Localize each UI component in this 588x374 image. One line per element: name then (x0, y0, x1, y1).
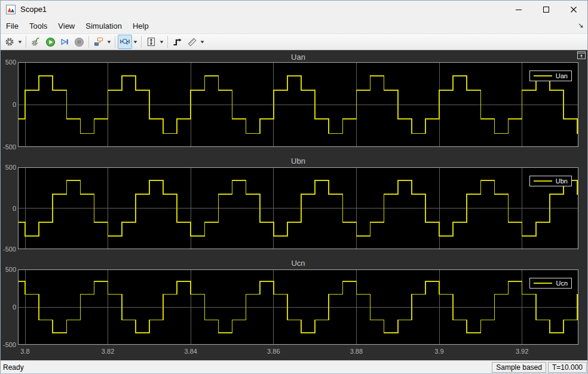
step-forward-icon (60, 37, 69, 47)
y-tick-label: 500 (1, 164, 16, 171)
span-dropdown[interactable] (158, 35, 165, 49)
y-tick-label: -500 (1, 341, 16, 348)
zoom-icon (120, 37, 130, 47)
highlight-simulink-block-button[interactable] (29, 35, 43, 49)
menu-bar: File Tools View Simulation Help (1, 18, 587, 33)
x-tick-label: 3.92 (516, 348, 528, 355)
measurements-icon (187, 37, 197, 47)
minimize-button[interactable] (505, 1, 532, 18)
y-tick-label: -500 (1, 143, 16, 151)
chevron-down-icon (18, 41, 22, 44)
y-tick-label: 500 (1, 266, 16, 273)
legend-uan[interactable]: Uan (529, 70, 572, 81)
stop-button[interactable] (72, 35, 86, 49)
x-tick-label: 3.8 (20, 348, 29, 355)
toolbar (1, 33, 587, 50)
plot-canvas-ucn[interactable]: Ucn (18, 269, 578, 345)
plot-title-ucn: Ucn (18, 259, 578, 268)
settings-button[interactable] (2, 35, 17, 49)
panel-expand-icon (577, 51, 586, 59)
plot-canvas-ubn[interactable]: Ubn (18, 167, 578, 249)
highlight-simulink-block-icon (31, 37, 41, 47)
signal-selector-button[interactable] (91, 35, 106, 49)
legend-line-sample (534, 283, 552, 284)
scope-app-icon (6, 5, 16, 14)
waveform-plot (18, 62, 578, 147)
y-tick-label: 500 (1, 59, 16, 66)
maximize-icon (543, 6, 550, 13)
chevron-down-icon (200, 41, 204, 44)
signal-selector-icon (94, 37, 103, 47)
y-tick-label: 0 (1, 304, 16, 311)
menu-tools[interactable]: Tools (24, 19, 53, 33)
toolbar-separator (141, 36, 142, 48)
chevron-down-icon (133, 41, 137, 44)
x-tick-label: 3.86 (267, 348, 280, 355)
status-bar: Ready Sample based T=10.000 (1, 360, 587, 373)
close-icon (570, 6, 577, 13)
settings-dropdown[interactable] (17, 35, 23, 49)
measurements-button[interactable] (185, 35, 199, 49)
scope-window: Scope1 File Tools View Simulation (0, 0, 588, 374)
step-forward-button[interactable] (57, 35, 72, 49)
legend-ucn[interactable]: Ucn (529, 278, 572, 289)
sample-mode-badge: Sample based (492, 362, 546, 373)
signal-selector-dropdown[interactable] (106, 35, 112, 49)
x-tick-label: 3.9 (434, 348, 443, 355)
menu-help[interactable]: Help (127, 19, 154, 33)
y-tick-label: 0 (1, 101, 16, 108)
legend-line-sample (534, 75, 552, 76)
span-y-axis-icon (146, 37, 156, 47)
window-title: Scope1 (20, 5, 47, 14)
simulation-time-badge: T=10.000 (548, 362, 587, 373)
run-icon (45, 37, 56, 47)
plot-title-uan: Uan (18, 53, 578, 62)
trigger-button[interactable] (170, 35, 185, 49)
span-y-axis-button[interactable] (144, 35, 158, 49)
title-bar: Scope1 (1, 1, 587, 18)
x-tick-label: 3.84 (184, 348, 197, 355)
toolbar-separator (26, 36, 26, 48)
menu-view[interactable]: View (53, 19, 80, 33)
waveform-plot (18, 167, 578, 249)
status-right-panels: Sample based T=10.000 (492, 362, 587, 373)
measurements-dropdown[interactable] (199, 35, 206, 49)
legend-ubn[interactable]: Ubn (529, 176, 572, 186)
legend-label: Uan (556, 73, 568, 79)
zoom-button[interactable] (118, 35, 132, 49)
y-tick-label: -500 (1, 246, 16, 253)
dock-arrow-icon[interactable] (578, 23, 584, 29)
status-text: Ready (1, 363, 24, 372)
legend-label: Ubn (556, 178, 568, 185)
menu-file[interactable]: File (1, 19, 24, 33)
close-button[interactable] (560, 1, 587, 18)
chevron-down-icon (107, 41, 111, 44)
toolbar-separator (88, 36, 89, 48)
y-tick-label: 0 (1, 205, 16, 212)
legend-label: Ucn (556, 280, 568, 287)
menu-simulation[interactable]: Simulation (80, 19, 127, 33)
maximize-button[interactable] (532, 1, 560, 18)
scope-display-area: Uan Uan Ubn Ubn Ucn Ucn 5000-5005000-500… (1, 50, 587, 360)
waveform-plot (18, 269, 578, 345)
plot-canvas-uan[interactable]: Uan (18, 62, 578, 147)
chevron-down-icon (160, 41, 164, 44)
gear-icon (5, 37, 14, 47)
stop-icon (74, 37, 84, 47)
toolbar-separator (115, 36, 115, 48)
x-tick-label: 3.82 (102, 348, 114, 355)
window-controls (505, 1, 587, 18)
minimize-icon (515, 6, 522, 13)
trigger-icon (173, 37, 182, 47)
x-tick-label: 3.88 (350, 348, 363, 355)
legend-line-sample (534, 180, 552, 182)
toolbar-separator (167, 36, 168, 48)
run-button[interactable] (43, 35, 57, 49)
plot-title-ubn: Ubn (18, 157, 578, 165)
zoom-dropdown[interactable] (132, 35, 139, 49)
